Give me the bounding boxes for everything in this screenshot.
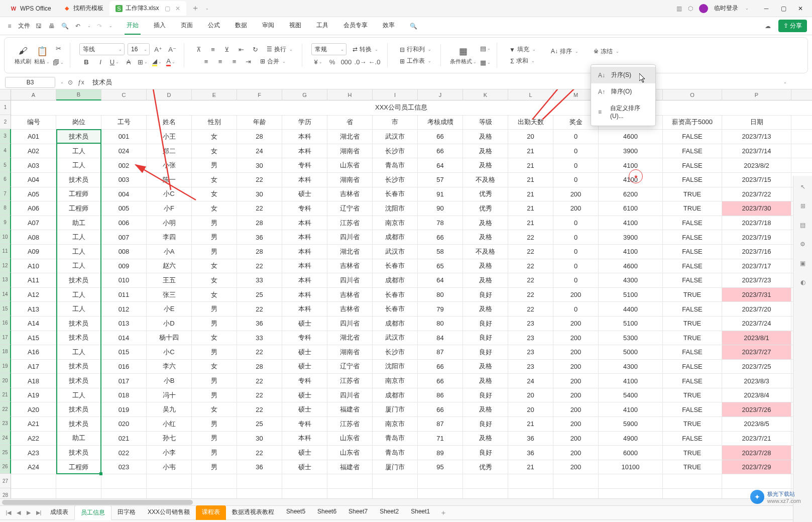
cell[interactable]: 吴九 (147, 402, 192, 417)
cell[interactable]: 22 (237, 259, 282, 274)
row-header-17[interactable]: 17 (0, 331, 11, 345)
cell[interactable]: A16 (11, 345, 56, 360)
cell[interactable]: 小A (147, 245, 192, 259)
cell[interactable]: 23 (508, 360, 553, 374)
cell[interactable]: 四川省 (327, 230, 373, 245)
undo-chevron-icon[interactable]: ⌄ (87, 24, 91, 28)
cell[interactable]: A07 (11, 216, 56, 231)
cell[interactable]: FALSE (663, 259, 722, 274)
menu-item-5[interactable]: 审阅 (260, 17, 276, 35)
italic-icon[interactable]: I (95, 56, 106, 67)
cell[interactable]: 012 (101, 302, 147, 317)
cell[interactable]: A21 (11, 417, 56, 432)
cell[interactable]: 3900 (599, 230, 663, 245)
cell[interactable]: 20 (508, 402, 553, 417)
cell[interactable]: 市 (373, 116, 418, 130)
cell[interactable]: A15 (11, 331, 56, 346)
cell[interactable] (791, 158, 812, 173)
cell[interactable]: TRUE (663, 460, 722, 475)
cell[interactable]: 011 (101, 288, 147, 302)
cell[interactable]: 2023/7/20 (722, 302, 791, 317)
cell[interactable]: 成都市 (373, 317, 418, 331)
cell[interactable]: 长春市 (373, 187, 418, 202)
cell[interactable]: 6100 (599, 201, 663, 216)
cell[interactable]: 及格 (463, 144, 508, 159)
cell[interactable]: 长春市 (373, 259, 418, 274)
cell[interactable]: 湖北省 (327, 245, 373, 259)
cell[interactable]: A22 (11, 432, 56, 446)
cell[interactable]: A23 (11, 446, 56, 460)
cell[interactable]: A20 (11, 402, 56, 417)
cell[interactable]: 5100 (599, 288, 663, 302)
cell[interactable]: 2023/7/19 (722, 230, 791, 245)
cell[interactable]: 工人 (56, 230, 101, 245)
cell[interactable]: 78 (418, 216, 463, 231)
row-header-16[interactable]: 16 (0, 316, 11, 331)
cube-icon[interactable]: ⬡ (688, 5, 693, 12)
panel-icon-2[interactable]: ▤ (798, 220, 808, 230)
cell[interactable]: 南京市 (373, 216, 418, 231)
cell[interactable]: 青岛市 (373, 446, 418, 460)
cell[interactable]: 本科 (282, 230, 327, 245)
col-header-I[interactable]: I (373, 89, 418, 100)
cell[interactable]: 厦门市 (373, 402, 418, 417)
cell[interactable]: 四川省 (327, 388, 373, 403)
cell[interactable]: 小韦 (147, 460, 192, 475)
cell[interactable] (11, 474, 56, 489)
row-header-5[interactable]: 5 (0, 158, 11, 172)
search-icon[interactable]: 🔍 (409, 22, 418, 31)
cell[interactable]: 郑二 (147, 144, 192, 159)
col-header-H[interactable]: H (327, 89, 373, 100)
cell[interactable]: A11 (11, 273, 56, 288)
cell[interactable]: 四川省 (327, 317, 373, 331)
cell[interactable]: 岗位 (56, 116, 101, 130)
cell[interactable]: 33 (237, 273, 282, 288)
cell[interactable]: FALSE (663, 360, 722, 374)
cell[interactable]: 李四 (147, 230, 192, 245)
col-header-O[interactable]: O (663, 89, 722, 100)
cell[interactable]: 山东省 (327, 446, 373, 460)
row-header-1[interactable]: 1 (0, 100, 11, 115)
cell[interactable]: 工程师 (56, 201, 101, 216)
sheet-tab-0[interactable]: 成绩表 (44, 505, 74, 520)
cell[interactable]: 6000 (599, 446, 663, 460)
cloud-icon[interactable]: ☁ (763, 22, 772, 31)
bold-icon[interactable]: B (81, 56, 92, 67)
cell[interactable]: 2023/7/21 (722, 432, 791, 446)
cell[interactable]: 小C (147, 187, 192, 202)
cell[interactable]: 工程师 (56, 187, 101, 202)
cell[interactable]: 及格 (463, 259, 508, 274)
sheet-tab-4[interactable]: 课程表 (196, 505, 226, 520)
cell[interactable]: 及格 (463, 402, 508, 417)
file-menu[interactable]: 文件 (18, 22, 30, 30)
cell[interactable]: 女 (192, 173, 237, 187)
cell[interactable]: 2023/7/13 (722, 130, 791, 144)
cell[interactable]: 女 (192, 130, 237, 144)
cell[interactable]: 2023/8/3 (722, 374, 791, 388)
cell[interactable]: 021 (101, 432, 147, 446)
panel-icon-5[interactable]: ◐ (798, 277, 808, 287)
cell[interactable]: 4600 (599, 259, 663, 274)
tab-wps-office[interactable]: W WPS Office (4, 2, 57, 15)
cell[interactable]: 成都市 (373, 388, 418, 403)
row-col-button[interactable]: ⊟ 行和列⌄ (397, 44, 434, 55)
cell[interactable]: TRUE (663, 317, 722, 331)
cell[interactable]: 武汉市 (373, 130, 418, 144)
cell[interactable]: 22 (508, 273, 553, 288)
cell[interactable]: 0 (553, 144, 599, 159)
cell[interactable]: TRUE (663, 417, 722, 432)
fill-button[interactable]: ▼ 填充⌄ (506, 44, 539, 55)
cell[interactable]: 武汉市 (373, 331, 418, 346)
formula-input[interactable]: 技术员 (92, 78, 779, 87)
cell[interactable] (282, 474, 327, 489)
cell[interactable] (599, 474, 663, 489)
paste-button[interactable]: 📋 粘贴⌄ (34, 46, 50, 65)
cell[interactable]: 吉林省 (327, 288, 373, 302)
cell[interactable]: 91 (418, 187, 463, 202)
cell[interactable]: 小E (147, 302, 192, 317)
cell[interactable]: 良好 (463, 446, 508, 460)
cell[interactable]: 厦门市 (373, 460, 418, 475)
cell[interactable]: A12 (11, 288, 56, 302)
cell[interactable]: 017 (101, 374, 147, 388)
cell[interactable]: 助工 (56, 432, 101, 446)
